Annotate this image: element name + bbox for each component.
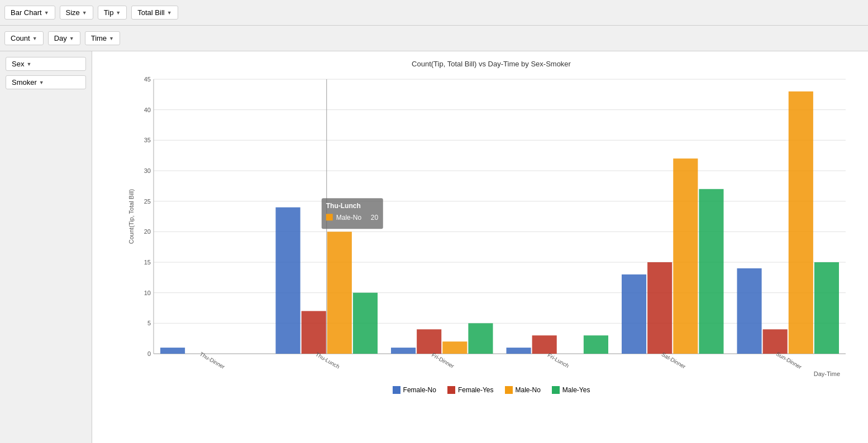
legend-color-male-no	[505, 386, 513, 394]
svg-text:20: 20	[144, 228, 151, 235]
svg-rect-40	[532, 335, 557, 354]
svg-text:35: 35	[144, 137, 151, 143]
svg-text:30: 30	[144, 167, 151, 174]
svg-rect-29	[276, 208, 301, 354]
svg-text:Fri-Dinner: Fri-Dinner	[431, 351, 456, 369]
legend-label-male-no: Male-No	[516, 386, 541, 394]
svg-rect-46	[673, 158, 698, 354]
svg-text:45: 45	[144, 76, 151, 83]
tip-dropdown[interactable]: Tip	[98, 6, 127, 20]
sidebar: Sex Smoker	[0, 51, 92, 443]
svg-rect-51	[789, 92, 813, 354]
svg-rect-36	[442, 341, 467, 354]
svg-rect-44	[622, 275, 646, 354]
svg-rect-57	[326, 214, 333, 220]
legend: Female-No Female-Yes Male-No Male-Yes	[126, 386, 857, 394]
chart-area: Count(Tip, Total Bill) vs Day-Time by Se…	[92, 51, 868, 443]
svg-text:0: 0	[147, 350, 151, 357]
svg-rect-39	[507, 348, 531, 354]
legend-color-female-yes	[447, 386, 455, 394]
svg-rect-34	[391, 348, 416, 354]
legend-item-male-yes: Male-Yes	[552, 386, 590, 394]
day-dropdown[interactable]: Day	[48, 31, 80, 45]
svg-text:15: 15	[144, 259, 151, 266]
smoker-dropdown[interactable]: Smoker	[6, 75, 86, 89]
svg-text:20: 20	[371, 214, 379, 222]
legend-label-female-yes: Female-Yes	[458, 386, 494, 394]
svg-rect-30	[302, 311, 326, 354]
svg-rect-35	[417, 329, 441, 354]
svg-text:25: 25	[144, 198, 151, 205]
svg-text:5: 5	[147, 320, 151, 326]
svg-rect-31	[327, 232, 352, 354]
svg-text:40: 40	[144, 107, 151, 113]
svg-rect-52	[814, 262, 839, 354]
svg-text:Thu-Lunch: Thu-Lunch	[326, 202, 361, 210]
svg-text:10: 10	[144, 290, 151, 296]
legend-item-female-no: Female-No	[393, 386, 436, 394]
svg-rect-37	[468, 323, 493, 354]
svg-text:Count(Tip, Total Bill): Count(Tip, Total Bill)	[128, 189, 135, 244]
total-bill-dropdown[interactable]: Total Bill	[131, 6, 178, 20]
legend-color-female-no	[393, 386, 400, 394]
main-layout: Sex Smoker Count(Tip, Total Bill) vs Day…	[0, 51, 868, 443]
legend-item-female-yes: Female-Yes	[447, 386, 494, 394]
sex-dropdown[interactable]: Sex	[6, 57, 86, 71]
chart-container: 051015202530354045Count(Tip, Total Bill)…	[126, 74, 857, 382]
legend-label-female-no: Female-No	[403, 386, 436, 394]
svg-text:Male-No: Male-No	[336, 214, 362, 222]
svg-rect-24	[160, 348, 185, 354]
legend-label-male-yes: Male-Yes	[562, 386, 590, 394]
size-dropdown[interactable]: Size	[60, 6, 93, 20]
svg-rect-49	[737, 268, 762, 354]
time-dropdown[interactable]: Time	[85, 31, 120, 45]
svg-rect-50	[763, 329, 788, 354]
chart-title: Count(Tip, Total Bill) vs Day-Time by Se…	[126, 60, 857, 68]
svg-rect-32	[353, 293, 378, 354]
legend-item-male-no: Male-No	[505, 386, 541, 394]
svg-rect-45	[647, 262, 672, 354]
svg-text:Fri-Lunch: Fri-Lunch	[546, 352, 570, 369]
top-toolbar: Bar Chart Size Tip Total Bill	[0, 0, 868, 26]
second-toolbar: Count Day Time	[0, 26, 868, 51]
count-dropdown[interactable]: Count	[4, 31, 44, 45]
legend-color-male-yes	[552, 386, 560, 394]
svg-rect-42	[584, 335, 608, 354]
svg-rect-47	[699, 189, 723, 354]
svg-text:Day-Time: Day-Time	[814, 370, 840, 377]
chart-type-dropdown[interactable]: Bar Chart	[4, 6, 55, 20]
